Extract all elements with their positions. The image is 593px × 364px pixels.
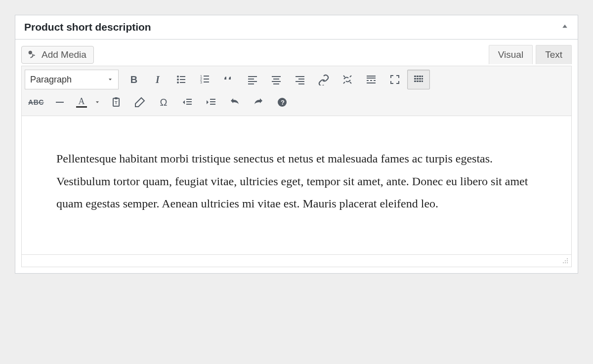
svg-rect-8 xyxy=(204,76,209,77)
svg-point-1 xyxy=(177,76,179,78)
svg-rect-51 xyxy=(210,101,215,102)
format-select[interactable]: Paragraph xyxy=(25,70,119,89)
paste-text-button[interactable]: T xyxy=(105,92,127,112)
outdent-icon xyxy=(181,96,193,108)
undo-icon xyxy=(229,96,241,108)
svg-rect-31 xyxy=(414,76,416,77)
chevron-down-icon xyxy=(94,96,100,108)
fullscreen-button[interactable] xyxy=(383,70,406,89)
resize-grip-icon xyxy=(560,256,568,264)
svg-rect-21 xyxy=(296,76,304,77)
svg-rect-26 xyxy=(367,78,376,79)
bold-icon: B xyxy=(130,74,137,85)
unlink-icon xyxy=(341,74,353,85)
svg-rect-30 xyxy=(367,82,376,83)
svg-rect-20 xyxy=(273,83,279,84)
svg-point-55 xyxy=(567,258,568,259)
indent-button[interactable] xyxy=(200,92,222,112)
collapse-toggle[interactable] xyxy=(561,22,569,32)
svg-rect-29 xyxy=(374,80,376,81)
svg-rect-12 xyxy=(204,81,209,82)
editor-content-area[interactable]: Pellentesque habitant morbi tristique se… xyxy=(22,116,571,254)
italic-icon: I xyxy=(156,74,160,85)
svg-point-60 xyxy=(567,262,568,263)
chevron-up-icon xyxy=(561,22,569,30)
read-more-icon xyxy=(365,74,377,85)
svg-rect-28 xyxy=(370,80,372,81)
numbered-list-icon: 123 xyxy=(199,74,211,85)
svg-rect-42 xyxy=(422,81,423,82)
editor-tabs: Visual Text xyxy=(489,44,572,64)
strikethrough-button[interactable]: ABC xyxy=(25,92,47,112)
help-button[interactable]: ? xyxy=(271,92,294,112)
resize-handle[interactable] xyxy=(560,256,568,266)
link-icon xyxy=(318,74,330,85)
bullet-list-icon xyxy=(175,74,187,85)
bullet-list-button[interactable] xyxy=(170,70,193,89)
link-button[interactable] xyxy=(312,70,335,89)
horizontal-rule-button[interactable] xyxy=(48,92,71,112)
panel-body: Add Media Visual Text Paragraph B I xyxy=(15,40,578,273)
chevron-down-icon xyxy=(107,77,113,82)
toolbar-row-2: ABC A xyxy=(24,91,569,114)
align-center-button[interactable] xyxy=(265,70,288,89)
svg-point-59 xyxy=(565,262,566,263)
unlink-button[interactable] xyxy=(336,70,359,89)
svg-rect-33 xyxy=(419,76,421,77)
svg-point-5 xyxy=(177,81,179,83)
add-media-button[interactable]: Add Media xyxy=(21,46,94,64)
editor-top-row: Add Media Visual Text xyxy=(21,44,572,64)
align-right-button[interactable] xyxy=(289,70,311,89)
editor-toolbar: Paragraph B I 123 xyxy=(22,66,571,116)
svg-rect-49 xyxy=(186,104,192,105)
svg-rect-50 xyxy=(210,99,215,100)
svg-point-3 xyxy=(177,79,179,81)
kitchen-sink-button[interactable] xyxy=(407,70,430,89)
italic-button[interactable]: I xyxy=(146,70,169,89)
svg-rect-43 xyxy=(56,102,64,103)
text-color-dropdown[interactable] xyxy=(91,92,104,112)
bold-button[interactable]: B xyxy=(123,70,145,89)
tab-text[interactable]: Text xyxy=(536,45,572,64)
paste-text-icon: T xyxy=(110,96,122,108)
svg-rect-34 xyxy=(422,76,423,77)
read-more-button[interactable] xyxy=(360,70,382,89)
blockquote-button[interactable] xyxy=(217,70,240,89)
redo-button[interactable] xyxy=(247,92,270,112)
strikethrough-icon: ABC xyxy=(28,98,44,106)
omega-icon: Ω xyxy=(160,97,168,108)
svg-rect-47 xyxy=(186,99,192,100)
align-right-icon xyxy=(294,74,306,85)
blockquote-icon xyxy=(223,74,235,85)
svg-rect-35 xyxy=(414,78,416,80)
svg-text:3: 3 xyxy=(200,81,202,84)
outdent-button[interactable] xyxy=(176,92,199,112)
svg-point-58 xyxy=(563,262,564,263)
svg-rect-16 xyxy=(248,83,254,84)
svg-rect-48 xyxy=(186,101,192,102)
add-media-label: Add Media xyxy=(42,49,86,60)
svg-rect-10 xyxy=(204,79,209,80)
kitchen-sink-icon xyxy=(413,74,424,85)
svg-rect-32 xyxy=(417,76,419,77)
clear-formatting-button[interactable] xyxy=(128,92,151,112)
svg-rect-6 xyxy=(180,82,185,83)
svg-point-57 xyxy=(567,260,568,261)
tab-visual[interactable]: Visual xyxy=(489,45,533,64)
svg-rect-52 xyxy=(210,104,215,105)
indent-icon xyxy=(205,96,217,108)
svg-rect-23 xyxy=(296,81,304,82)
eraser-icon xyxy=(134,96,146,108)
numbered-list-button[interactable]: 123 xyxy=(194,70,216,89)
panel-title: Product short description xyxy=(24,21,151,33)
svg-rect-4 xyxy=(180,79,185,80)
special-character-button[interactable]: Ω xyxy=(152,92,175,112)
align-left-button[interactable] xyxy=(241,70,264,89)
help-icon: ? xyxy=(276,96,288,108)
svg-rect-19 xyxy=(272,81,281,82)
svg-rect-27 xyxy=(367,80,369,81)
undo-button[interactable] xyxy=(223,92,246,112)
text-color-button[interactable]: A xyxy=(72,92,91,112)
svg-point-56 xyxy=(565,260,566,261)
svg-rect-22 xyxy=(298,79,304,80)
